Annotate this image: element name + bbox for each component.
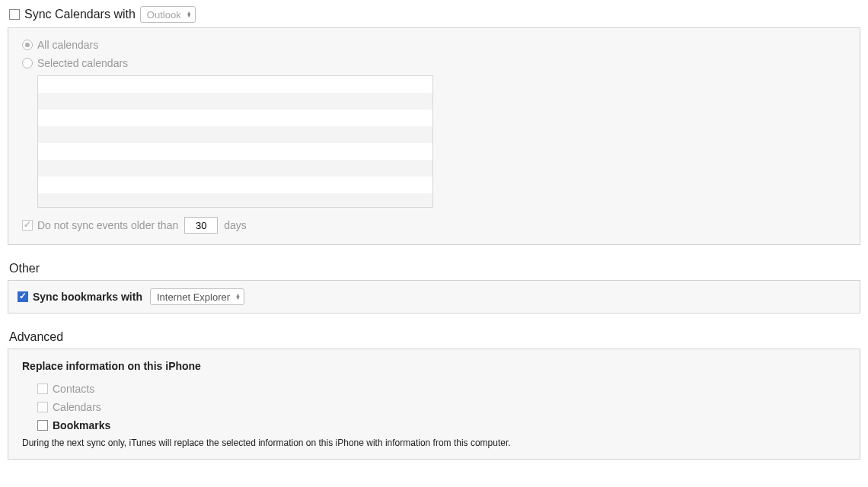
replace-calendars-row: Calendars — [37, 401, 846, 413]
calendar-app-value: Outlook — [147, 9, 181, 21]
sync-calendars-panel: All calendars Selected calendars Do not … — [8, 27, 860, 245]
calendars-listbox[interactable] — [37, 75, 433, 208]
list-item — [38, 110, 432, 126]
replace-contacts-checkbox[interactable] — [37, 384, 48, 394]
list-item — [38, 193, 432, 208]
replace-calendars-label: Calendars — [53, 401, 101, 413]
updown-icon: ▲▼ — [235, 294, 241, 300]
selected-calendars-label: Selected calendars — [37, 57, 128, 69]
sync-calendars-checkbox[interactable] — [9, 9, 20, 20]
advanced-panel: Replace information on this iPhone Conta… — [8, 349, 860, 460]
replace-bookmarks-label: Bookmarks — [53, 419, 110, 431]
other-panel: Sync bookmarks with Internet Explorer ▲▼ — [8, 280, 860, 314]
age-limit-checkbox[interactable] — [22, 220, 33, 231]
calendar-app-select[interactable]: Outlook ▲▼ — [140, 6, 196, 23]
list-item — [38, 160, 432, 177]
all-calendars-row[interactable]: All calendars — [22, 39, 846, 51]
list-item — [38, 177, 432, 193]
sync-bookmarks-label: Sync bookmarks with — [33, 291, 142, 303]
selected-calendars-radio[interactable] — [22, 58, 33, 68]
bookmarks-app-select[interactable]: Internet Explorer ▲▼ — [150, 288, 244, 305]
other-heading: Other — [9, 262, 860, 275]
sync-calendars-label: Sync Calendars with — [24, 8, 136, 21]
replace-contacts-row: Contacts — [37, 383, 846, 395]
age-limit-input[interactable] — [184, 217, 218, 234]
age-limit-post: days — [224, 219, 247, 231]
sync-calendars-header: Sync Calendars with Outlook ▲▼ — [9, 6, 860, 23]
replace-heading: Replace information on this iPhone — [22, 360, 846, 372]
selected-calendars-row[interactable]: Selected calendars — [22, 57, 846, 69]
list-item — [38, 126, 432, 143]
replace-bookmarks-row: Bookmarks — [37, 419, 846, 431]
replace-calendars-checkbox[interactable] — [37, 402, 48, 412]
replace-bookmarks-checkbox[interactable] — [37, 420, 48, 431]
age-limit-row: Do not sync events older than days — [22, 217, 846, 234]
updown-icon: ▲▼ — [187, 11, 192, 18]
list-item — [38, 143, 432, 160]
replace-contacts-label: Contacts — [53, 383, 94, 395]
sync-bookmarks-row: Sync bookmarks with Internet Explorer ▲▼ — [18, 288, 850, 305]
replace-note: During the next sync only, iTunes will r… — [22, 438, 846, 448]
all-calendars-radio[interactable] — [22, 40, 33, 50]
bookmarks-app-value: Internet Explorer — [157, 291, 230, 303]
all-calendars-label: All calendars — [37, 39, 98, 51]
list-item — [38, 76, 432, 93]
advanced-heading: Advanced — [9, 330, 860, 344]
age-limit-pre: Do not sync events older than — [37, 219, 178, 231]
list-item — [38, 93, 432, 110]
sync-bookmarks-checkbox[interactable] — [18, 291, 28, 302]
